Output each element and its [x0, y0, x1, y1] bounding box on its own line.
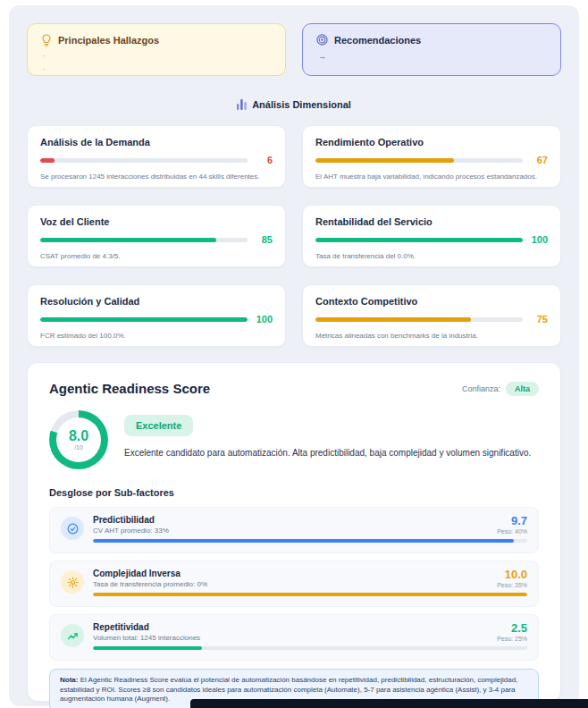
progress-fill [93, 646, 202, 650]
subfactor-name: Repetitividad [93, 622, 200, 632]
progress-track [315, 238, 523, 242]
dimension-card-resolucion: Resolución y Calidad 100 FCR estimado de… [27, 284, 286, 347]
target-icon [316, 34, 328, 46]
dimensional-analysis-header: Análisis Dimensional [27, 99, 561, 110]
progress-track [315, 158, 523, 163]
dimension-description: Se procesaron 1245 interacciones distrib… [40, 173, 273, 181]
subfactors-title: Desglose por Sub-factores [49, 487, 539, 498]
progress-track [315, 317, 523, 322]
dimension-title: Contexto Competitivo [315, 296, 548, 307]
progress-fill [40, 317, 248, 322]
principal-findings-card: Principales Hallazgos · · [27, 23, 286, 76]
subfactor-score: 9.7 [497, 515, 527, 527]
subfactor-list: Predictibilidad CV AHT promedio: 33% 9.7… [49, 507, 539, 661]
recommendation-arrow: → [318, 52, 547, 61]
summary-row: Principales Hallazgos · · Recomendacione… [27, 23, 561, 76]
finding-bullet: · [43, 52, 272, 60]
progress-fill [93, 539, 514, 543]
note-label: Nota: [60, 676, 78, 684]
progress-track [93, 646, 527, 650]
score-gauge: 8.0 /10 [49, 410, 108, 469]
progress-fill [315, 317, 471, 322]
subfactor-row-repetitividad: Repetitividad Volumen total: 1245 intera… [49, 614, 539, 661]
agentic-description: Excelente candidato para automatización.… [124, 447, 539, 459]
findings-title: Principales Hallazgos [58, 35, 159, 46]
subfactor-detail: Tasa de transferencia promedio: 0% [93, 580, 207, 588]
dimension-card-demanda: Análisis de la Demanda 6 Se procesaron 1… [27, 125, 286, 188]
dimension-title: Rendimiento Operativo [315, 137, 548, 148]
subfactor-weight: Peso: 35% [497, 582, 527, 588]
report-page: Principales Hallazgos · · Recomendacione… [0, 0, 588, 708]
subfactor-detail: Volumen total: 1245 interacciones [93, 634, 200, 642]
subfactor-row-complejidad: Complejidad Inversa Tasa de transferenci… [49, 560, 539, 607]
progress-fill [93, 593, 527, 596]
subfactor-score: 10.0 [497, 569, 527, 580]
dimension-title: Resolución y Calidad [40, 296, 273, 307]
dimension-title: Voz del Cliente [40, 216, 273, 227]
finding-bullet: · [43, 65, 272, 73]
subfactor-detail: CV AHT promedio: 33% [93, 527, 169, 535]
recommendations-title: Recomendaciones [334, 35, 421, 46]
progress-fill [40, 158, 55, 163]
rating-badge: Excelente [124, 415, 193, 436]
progress-track [40, 238, 248, 242]
dimension-description: El AHT muestra baja variabilidad, indica… [315, 173, 548, 181]
dimension-card-rendimiento: Rendimiento Operativo 67 El AHT muestra … [302, 125, 561, 188]
agentic-readiness-card: Agentic Readiness Score Confianza: Alta … [27, 362, 561, 702]
dimension-description: Tasa de transferencia del 0.0%. [315, 252, 548, 260]
subfactor-weight: Peso: 40% [497, 528, 527, 535]
dimension-card-contexto: Contexto Competitivo 75 Métricas alinead… [302, 284, 561, 347]
subfactor-weight: Peso: 25% [497, 636, 527, 642]
dimension-description: FCR estimado del 100.0%. [40, 332, 273, 340]
dimension-title: Análisis de la Demanda [40, 137, 273, 148]
bottom-dark-bar [190, 699, 588, 708]
subfactor-score: 2.5 [497, 622, 527, 634]
dimension-score: 67 [530, 155, 548, 165]
gauge-score: 8.0 [69, 429, 88, 443]
dimension-card-voz-cliente: Voz del Cliente 85 CSAT promedio de 4.3/… [27, 205, 286, 267]
subfactor-name: Complejidad Inversa [93, 569, 207, 578]
recommendations-card: Recomendaciones → [302, 23, 561, 76]
gear-icon [61, 570, 84, 594]
dimension-description: CSAT promedio de 4.3/5. [40, 252, 273, 260]
progress-fill [40, 238, 216, 242]
dimension-score: 100 [255, 314, 273, 324]
subfactor-row-predictibilidad: Predictibilidad CV AHT promedio: 33% 9.7… [49, 507, 539, 553]
confidence-label: Confianza: [462, 384, 500, 393]
progress-fill [315, 238, 523, 242]
dimension-title: Rentabilidad del Servicio [315, 216, 548, 227]
progress-track [40, 317, 248, 322]
dimension-description: Métricas alineadas con benchmarks de la … [315, 332, 548, 340]
trending-up-icon [61, 624, 84, 647]
section-title: Análisis Dimensional [252, 99, 351, 110]
progress-track [93, 593, 527, 596]
progress-track [40, 158, 248, 163]
dimension-score: 6 [255, 155, 273, 165]
dimension-card-rentabilidad: Rentabilidad del Servicio 100 Tasa de tr… [302, 205, 561, 267]
dimension-grid: Análisis de la Demanda 6 Se procesaron 1… [27, 125, 561, 347]
agentic-title: Agentic Readiness Score [49, 381, 210, 396]
lightbulb-icon [41, 34, 52, 46]
gauge-max: /10 [74, 444, 83, 451]
subfactor-name: Predictibilidad [93, 515, 169, 525]
progress-track [93, 539, 527, 543]
dimension-score: 75 [530, 314, 548, 324]
target-icon [61, 517, 84, 540]
progress-fill [315, 158, 454, 163]
dimension-score: 100 [530, 234, 548, 245]
confidence-badge: Alta [506, 382, 539, 396]
bar-chart-icon [237, 99, 247, 110]
dimension-score: 85 [255, 234, 273, 245]
